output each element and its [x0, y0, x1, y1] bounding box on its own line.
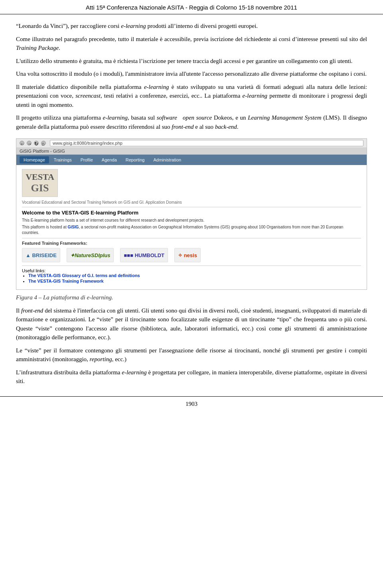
divider-1 — [22, 207, 361, 207]
browser-back-btn[interactable]: ← — [20, 141, 24, 146]
browser-forward-btn[interactable]: → — [27, 141, 32, 146]
nav-trainings[interactable]: Trainings — [50, 156, 76, 163]
paragraph-6: Il progetto utilizza una piattaforma e-l… — [16, 113, 367, 131]
browser-url[interactable]: www.gisig.it:8080/training/index.php — [50, 140, 363, 146]
nav-administration[interactable]: Administration — [150, 156, 186, 163]
browser-bar: ← → ↻ ⌂ www.gisig.it:8080/training/index… — [16, 139, 367, 148]
divider-3 — [22, 265, 361, 266]
partner-logos-row: ▲ BRISEIDE ✦NatureSDIplus ■■■ HUMBOLDT ✧… — [22, 248, 361, 262]
lms-desc-2: This platform is hosted at GiSIG, a sect… — [22, 224, 361, 236]
link-item-1: The VESTA-GIS Glossary of G.I. terms and… — [28, 273, 361, 278]
vesta-logo: VESTA GIS — [22, 169, 58, 197]
paragraph-after-3: L’infrastruttura distribuita della piatt… — [16, 368, 367, 386]
page-number: 1903 — [186, 401, 197, 407]
divider-2 — [22, 238, 361, 238]
page-header: Atti 15ª Conferenza Nazionale ASITA - Re… — [0, 0, 383, 14]
partner-briseide: ▲ BRISEIDE — [22, 248, 60, 262]
screenshot-box: ← → ↻ ⌂ www.gisig.it:8080/training/index… — [16, 138, 367, 290]
paragraph-5: Il materiale didattico disponibile nella… — [16, 83, 367, 110]
paragraph-after-1: Il front-end del sistema è l'interfaccia… — [16, 306, 367, 342]
nav-profile[interactable]: Profile — [77, 156, 97, 163]
nav-agenda[interactable]: Agenda — [98, 156, 121, 163]
paragraph-after-2: Le “viste” per il formatore contengono g… — [16, 346, 367, 364]
nav-homepage[interactable]: Homepage — [20, 156, 49, 163]
paragraph-3: L'utilizzo dello strumento è gratuita, m… — [16, 57, 367, 66]
useful-links-section: Useful links: The VESTA-GIS Glossary of … — [22, 268, 361, 283]
main-content: “Leonardo da Vinci”), per raccogliere co… — [0, 14, 383, 394]
browser-refresh-btn[interactable]: ↻ — [34, 141, 39, 146]
lms-nav: Homepage Trainings Profile Agenda Report… — [16, 155, 367, 165]
lms-body: VESTA GIS Vocational Educational and Sec… — [16, 165, 367, 289]
nav-reporting[interactable]: Reporting — [122, 156, 149, 163]
useful-links-list: The VESTA-GIS Glossary of G.I. terms and… — [28, 273, 361, 283]
vesta-text: VESTA — [26, 172, 54, 182]
lms-welcome-title: Welcome to the VESTA-GIS E-learning Plat… — [22, 210, 361, 216]
gis-text: GIS — [31, 182, 49, 194]
link-item-2: The VESTA-GIS Training Framework — [28, 279, 361, 283]
header-title: Atti 15ª Conferenza Nazionale ASITA - Re… — [86, 4, 297, 11]
link-framework[interactable]: The VESTA-GIS Training Framework — [28, 279, 104, 283]
paragraph-1: “Leonardo da Vinci”), per raccogliere co… — [16, 22, 367, 31]
partner-nature: ✦NatureSDIplus — [67, 248, 114, 262]
partner-humboldt: ■■■ HUMBOLDT — [120, 248, 168, 262]
vesta-logo-area: VESTA GIS — [22, 169, 361, 197]
page-footer: 1903 — [0, 396, 383, 411]
browser-title: GiSIG Platform - GiSIG — [16, 148, 367, 155]
gisig-link[interactable]: GiSIG — [68, 225, 79, 229]
vesta-subtitle: Vocational Educational and Sectoral Trai… — [22, 200, 361, 205]
paragraph-4: Una volta sottoscritto il modulo (o i mo… — [16, 69, 367, 79]
link-glossary[interactable]: The VESTA-GIS Glossary of G.I. terms and… — [28, 273, 140, 278]
paragraph-2: Come illustrato nel paragrafo precedente… — [16, 35, 367, 53]
browser-home-btn[interactable]: ⌂ — [41, 141, 46, 146]
figure-caption: Figura 4 – La piattaforma di e-learning. — [16, 293, 367, 302]
lms-desc-1: This E-learning platform hosts a set of … — [22, 218, 361, 223]
partner-nesis: ✧ nesis — [174, 248, 201, 262]
featured-label: Featured Training Frameworks: — [22, 241, 361, 246]
useful-links-label: Useful links: — [22, 268, 361, 273]
